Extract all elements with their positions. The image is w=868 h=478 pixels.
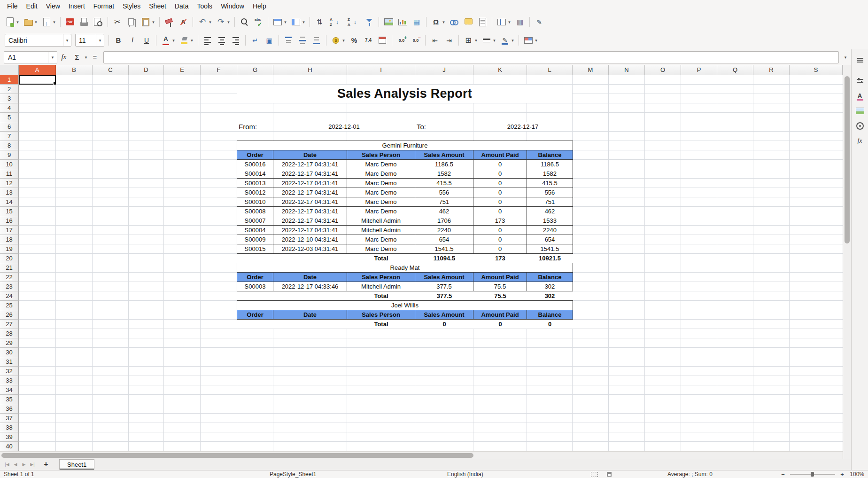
chevron-down-icon[interactable] [492, 33, 496, 47]
table-cell[interactable]: 1533 [527, 216, 573, 226]
row-header-7[interactable]: 7 [0, 132, 19, 141]
vertical-scrollbar-thumb[interactable] [845, 76, 850, 243]
table-cell[interactable]: 0 [473, 197, 527, 207]
table-column-header[interactable]: Date [273, 150, 347, 160]
row-header-1[interactable]: 1 [0, 75, 19, 85]
chevron-down-icon[interactable] [96, 34, 104, 46]
cell-G6[interactable]: From: [237, 122, 273, 131]
add-decimal-button[interactable]: 0.0 [395, 33, 408, 47]
row-header-10[interactable]: 10 [0, 160, 19, 169]
column-header-H[interactable]: H [273, 65, 347, 75]
table-cell[interactable]: S00008 [237, 207, 273, 216]
table-cell[interactable]: Marc Demo [347, 169, 415, 179]
row-header-39[interactable]: 39 [0, 432, 19, 442]
row-header-17[interactable]: 17 [0, 226, 19, 235]
table-column-header[interactable]: Sales Amount [415, 310, 473, 320]
column-header-K[interactable]: K [473, 65, 527, 75]
cells-area[interactable]: Sales Analysis ReportFrom:2022-12-01To:2… [19, 75, 843, 451]
delete-decimal-button[interactable]: 0.0 [409, 33, 422, 47]
table-cell[interactable]: 2022-12-17 04:31:41 [273, 188, 347, 197]
column-header-S[interactable]: S [790, 65, 843, 75]
column-header-G[interactable]: G [237, 65, 273, 75]
chevron-down-icon[interactable] [302, 15, 306, 29]
chevron-down-icon[interactable] [474, 33, 478, 47]
menu-tools[interactable]: Tools [193, 0, 217, 13]
cut-button[interactable]: ✂ [111, 15, 124, 29]
clone-formatting-button[interactable] [163, 15, 176, 29]
special-character-button[interactable]: Ω [429, 15, 447, 29]
sort-descending-button[interactable]: ↓ [345, 15, 362, 29]
horizontal-scrollbar[interactable] [0, 451, 843, 459]
table-cell[interactable]: 2022-12-17 04:31:41 [273, 216, 347, 226]
chevron-down-icon[interactable] [63, 34, 71, 46]
border-style-button[interactable] [480, 33, 497, 47]
chevron-down-icon[interactable] [208, 15, 212, 29]
column-header-C[interactable]: C [93, 65, 129, 75]
chevron-down-icon[interactable] [534, 33, 538, 47]
table-cell[interactable]: 0 [473, 244, 527, 254]
menu-window[interactable]: Window [217, 0, 248, 13]
table-column-header[interactable]: Sales Person [347, 150, 415, 160]
merge-cells-button[interactable]: ▣ [263, 33, 276, 47]
row-header-37[interactable]: 37 [0, 414, 19, 423]
row-header-30[interactable]: 30 [0, 348, 19, 357]
table-cell[interactable]: S00010 [237, 197, 273, 207]
column-header-D[interactable]: D [129, 65, 164, 75]
row-header-35[interactable]: 35 [0, 395, 19, 404]
row-header-20[interactable]: 20 [0, 254, 19, 263]
table-cell[interactable]: 2240 [527, 226, 573, 235]
zoom-slider[interactable] [790, 474, 835, 475]
column-header-F[interactable]: F [201, 65, 237, 75]
font-color-button[interactable]: A [159, 33, 177, 47]
table-cell[interactable]: S00003 [237, 282, 273, 291]
total-cell[interactable]: 10921.5 [527, 254, 573, 263]
table-column-header[interactable]: Order [237, 310, 273, 320]
total-cell[interactable] [273, 320, 347, 329]
font-name-combobox[interactable]: Calibri [5, 34, 71, 47]
table-cell[interactable]: 0 [473, 169, 527, 179]
column-header-J[interactable]: J [415, 65, 473, 75]
row-header-18[interactable]: 18 [0, 235, 19, 244]
table-cell[interactable]: 1186.5 [415, 160, 473, 169]
table-cell[interactable]: 2022-12-17 04:31:41 [273, 197, 347, 207]
row-header-11[interactable]: 11 [0, 169, 19, 179]
row-header-15[interactable]: 15 [0, 207, 19, 216]
table-cell[interactable]: 2022-12-17 04:31:41 [273, 226, 347, 235]
clear-formatting-button[interactable]: A [177, 15, 190, 29]
table-cell[interactable]: S00012 [237, 188, 273, 197]
table-cell[interactable]: 1706 [415, 216, 473, 226]
font-size-combobox[interactable]: 11 [75, 34, 104, 47]
table-cell[interactable]: 462 [527, 207, 573, 216]
table-cell[interactable]: 415.5 [527, 179, 573, 188]
row-header-23[interactable]: 23 [0, 282, 19, 291]
bold-button[interactable]: B [112, 33, 125, 47]
copy-button[interactable] [125, 15, 138, 29]
row-header-3[interactable]: 3 [0, 94, 19, 103]
table-cell[interactable]: 173 [473, 216, 527, 226]
new-button[interactable] [3, 15, 21, 29]
split-window-button[interactable]: ▥ [513, 15, 527, 29]
row-header-32[interactable]: 32 [0, 367, 19, 376]
functions-icon[interactable]: fx [853, 135, 867, 147]
chevron-down-icon[interactable] [226, 15, 231, 29]
table-cell[interactable]: 751 [415, 197, 473, 207]
table-cell[interactable]: Marc Demo [347, 160, 415, 169]
row-header-33[interactable]: 33 [0, 376, 19, 385]
row-header-2[interactable]: 2 [0, 85, 19, 94]
column-header-A[interactable]: A [19, 65, 56, 75]
zoom-out-button[interactable] [780, 470, 786, 478]
table-cell[interactable]: 377.5 [415, 282, 473, 291]
row-header-13[interactable]: 13 [0, 188, 19, 197]
table-column-header[interactable]: Balance [527, 273, 573, 282]
italic-button[interactable]: I [126, 33, 139, 47]
table-cell[interactable]: 0 [473, 207, 527, 216]
styles-icon[interactable]: A [853, 90, 867, 102]
formula-button[interactable]: = [89, 52, 101, 63]
table-column-header[interactable]: Amount Paid [473, 273, 527, 282]
table-cell[interactable]: 654 [527, 235, 573, 244]
table-cell[interactable]: 1582 [415, 169, 473, 179]
first-sheet-button[interactable]: |◀ [3, 460, 11, 469]
table-cell[interactable]: S00013 [237, 179, 273, 188]
table-cell[interactable]: S00004 [237, 226, 273, 235]
border-color-button[interactable]: ✎ [498, 33, 516, 47]
